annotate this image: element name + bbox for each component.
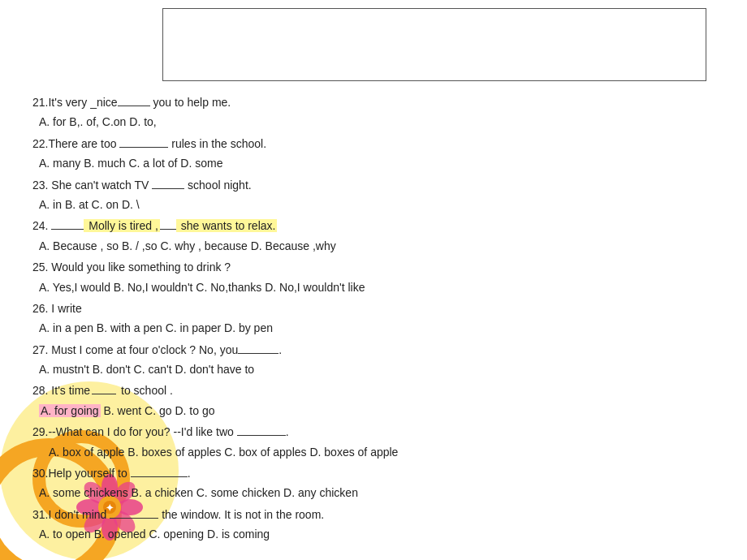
q28-answers: A. for going B. went C. go D. to go [32,402,731,420]
q29-text: 29.--What can I do for you? --I'd like t… [32,425,237,438]
image-box [162,8,706,81]
q27-blank [238,353,279,354]
q24-blank2 [160,229,176,230]
question-22: 22.There are too rules in the school. [32,135,731,153]
q28-answers-bcd: B. went C. go D. to go [101,404,215,417]
q29-rest: . [286,425,289,438]
q31-text: 31.I don't mind [32,508,110,521]
q27-text: 27. Must I come at four o'clock ? No, yo… [32,343,238,356]
q29-blank [237,435,286,436]
page-container: ✦ 21.It's very _nice you to help me. A. … [0,0,747,560]
q28-text: 28. It's time [32,384,90,397]
q27-dot: . [279,343,282,356]
q30-rest: . [188,467,191,480]
q26-text: 26. I write [32,302,82,315]
question-24: 24. Molly is tired , she wants to relax. [32,217,731,235]
q22-rest: rules in the school. [168,137,266,150]
content-area: 21.It's very _nice you to help me. A. fo… [32,93,731,547]
q31-rest: the window. It is not in the room. [158,508,324,521]
question-26: 26. I write [32,299,731,317]
q24-prefix: 24. [32,219,51,232]
q23-answers: A. in B. at C. on D. \ [32,196,731,213]
q28-rest: to school . [118,384,173,397]
question-23: 23. She can't watch TV school night. [32,176,731,194]
q21-text: 21.It's very _nice [32,96,118,109]
question-29: 29.--What can I do for you? --I'd like t… [32,423,731,441]
q24-answers: A. Because , so B. / ,so C. why , becaus… [32,237,731,255]
q23-rest: school night. [184,179,252,192]
question-28: 28. It's time to school . [32,381,731,399]
q31-blank [110,518,158,519]
q25-answers: A. Yes,I would B. No,I wouldn't C. No,th… [32,278,731,296]
q25-text: 25. Would you like something to drink ? [32,261,231,274]
q28-answer-a: A. for going [39,404,101,417]
q21-answers: A. for B,. of, C.on D. to, [32,113,731,131]
q30-blank [131,476,188,477]
q24-relax: she wants to relax. [176,219,278,232]
q21-blank [118,106,150,106]
q22-blank [119,147,168,148]
q26-answers: A. in a pen B. with a pen C. in paper D.… [32,319,731,337]
q24-blank1 [51,229,84,230]
q23-blank [152,188,184,189]
q28-blank [92,394,116,394]
q30-text: 30.Help yourself to [32,467,131,480]
question-27: 27. Must I come at four o'clock ? No, yo… [32,341,731,359]
question-21: 21.It's very _nice you to help me. [32,93,731,111]
q30-answers: A. some chickens B. a chicken C. some ch… [32,484,731,502]
q31-answers: A. to open B. opened C. opening D. is co… [32,525,731,543]
q22-answers: A. many B. much C. a lot of D. some [32,154,731,172]
question-30: 30.Help yourself to . [32,464,731,482]
q22-text: 22.There are too [32,137,119,150]
q21-rest: you to help me. [150,96,231,109]
question-25: 25. Would you like something to drink ? [32,258,731,276]
q29-answers: A. box of apple B. boxes of apples C. bo… [32,443,731,461]
q24-molly: Molly is tired , [84,219,159,232]
question-31: 31.I don't mind the window. It is not in… [32,506,731,523]
q27-answers: A. mustn't B. don't C. can't D. don't ha… [32,360,731,378]
q23-text: 23. She can't watch TV [32,179,152,192]
